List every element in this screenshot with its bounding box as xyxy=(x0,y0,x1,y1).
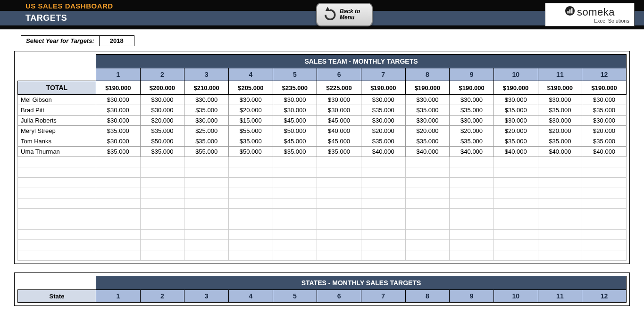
target-cell[interactable]: $30.000 xyxy=(450,95,494,105)
empty-cell[interactable] xyxy=(361,219,405,230)
target-cell[interactable]: $35.000 xyxy=(361,136,405,147)
target-cell[interactable]: $35.000 xyxy=(538,136,582,147)
empty-cell[interactable] xyxy=(582,178,627,188)
empty-cell[interactable] xyxy=(405,198,450,209)
target-cell[interactable]: $35.000 xyxy=(450,105,494,116)
empty-cell[interactable] xyxy=(228,209,273,219)
target-cell[interactable]: $30.000 xyxy=(493,95,538,105)
empty-cell[interactable] xyxy=(405,240,450,250)
empty-cell[interactable] xyxy=(96,240,141,250)
empty-cell[interactable] xyxy=(273,198,317,209)
empty-cell[interactable] xyxy=(538,188,582,198)
target-cell[interactable]: $30.000 xyxy=(450,116,494,126)
empty-cell[interactable] xyxy=(405,219,450,230)
salesperson-name[interactable]: Uma Thurman xyxy=(18,147,96,157)
empty-cell[interactable] xyxy=(228,157,273,167)
target-cell[interactable]: $30.000 xyxy=(96,105,141,116)
target-cell[interactable]: $30.000 xyxy=(405,116,450,126)
empty-cell[interactable] xyxy=(450,209,494,219)
target-cell[interactable]: $45.000 xyxy=(273,136,317,147)
empty-cell[interactable] xyxy=(18,250,96,261)
empty-cell[interactable] xyxy=(96,178,141,188)
empty-cell[interactable] xyxy=(140,167,184,178)
empty-cell[interactable] xyxy=(140,188,184,198)
empty-cell[interactable] xyxy=(140,157,184,167)
empty-cell[interactable] xyxy=(273,219,317,230)
empty-cell[interactable] xyxy=(317,157,361,167)
target-cell[interactable]: $25.000 xyxy=(184,126,229,136)
empty-cell[interactable] xyxy=(184,250,229,261)
empty-cell[interactable] xyxy=(538,167,582,178)
target-cell[interactable]: $35.000 xyxy=(405,105,450,116)
empty-cell[interactable] xyxy=(140,219,184,230)
empty-cell[interactable] xyxy=(450,198,494,209)
empty-cell[interactable] xyxy=(493,209,538,219)
empty-cell[interactable] xyxy=(538,230,582,240)
empty-cell[interactable] xyxy=(538,219,582,230)
target-cell[interactable]: $50.000 xyxy=(273,126,317,136)
empty-cell[interactable] xyxy=(140,178,184,188)
empty-cell[interactable] xyxy=(493,250,538,261)
empty-cell[interactable] xyxy=(361,240,405,250)
target-cell[interactable]: $30.000 xyxy=(273,95,317,105)
target-cell[interactable]: $40.000 xyxy=(405,147,450,157)
empty-cell[interactable] xyxy=(361,230,405,240)
empty-cell[interactable] xyxy=(96,157,141,167)
target-cell[interactable]: $40.000 xyxy=(538,147,582,157)
target-cell[interactable]: $30.000 xyxy=(140,95,184,105)
target-cell[interactable]: $35.000 xyxy=(184,136,229,147)
empty-cell[interactable] xyxy=(582,230,627,240)
target-cell[interactable]: $35.000 xyxy=(273,147,317,157)
empty-cell[interactable] xyxy=(228,178,273,188)
target-cell[interactable]: $15.000 xyxy=(228,116,273,126)
target-cell[interactable]: $35.000 xyxy=(582,136,627,147)
empty-cell[interactable] xyxy=(273,178,317,188)
empty-cell[interactable] xyxy=(228,167,273,178)
empty-cell[interactable] xyxy=(273,230,317,240)
empty-cell[interactable] xyxy=(18,167,96,178)
empty-cell[interactable] xyxy=(317,230,361,240)
empty-cell[interactable] xyxy=(184,188,229,198)
empty-cell[interactable] xyxy=(317,250,361,261)
empty-cell[interactable] xyxy=(18,240,96,250)
empty-cell[interactable] xyxy=(538,178,582,188)
target-cell[interactable]: $40.000 xyxy=(361,147,405,157)
empty-cell[interactable] xyxy=(18,219,96,230)
empty-cell[interactable] xyxy=(582,188,627,198)
empty-cell[interactable] xyxy=(184,219,229,230)
empty-cell[interactable] xyxy=(538,240,582,250)
empty-cell[interactable] xyxy=(140,198,184,209)
empty-cell[interactable] xyxy=(582,219,627,230)
empty-cell[interactable] xyxy=(405,230,450,240)
target-cell[interactable]: $35.000 xyxy=(96,126,141,136)
empty-cell[interactable] xyxy=(450,167,494,178)
empty-cell[interactable] xyxy=(317,188,361,198)
empty-cell[interactable] xyxy=(228,198,273,209)
empty-cell[interactable] xyxy=(228,250,273,261)
empty-cell[interactable] xyxy=(317,178,361,188)
target-cell[interactable]: $40.000 xyxy=(493,147,538,157)
empty-cell[interactable] xyxy=(18,209,96,219)
target-cell[interactable]: $35.000 xyxy=(450,136,494,147)
target-cell[interactable]: $50.000 xyxy=(228,147,273,157)
target-cell[interactable]: $50.000 xyxy=(140,136,184,147)
empty-cell[interactable] xyxy=(96,219,141,230)
target-cell[interactable]: $30.000 xyxy=(493,116,538,126)
target-cell[interactable]: $30.000 xyxy=(538,95,582,105)
target-cell[interactable]: $30.000 xyxy=(582,116,627,126)
target-cell[interactable]: $20.000 xyxy=(228,105,273,116)
empty-cell[interactable] xyxy=(582,167,627,178)
target-cell[interactable]: $30.000 xyxy=(317,95,361,105)
target-cell[interactable]: $45.000 xyxy=(317,136,361,147)
target-cell[interactable]: $35.000 xyxy=(405,136,450,147)
empty-cell[interactable] xyxy=(18,188,96,198)
empty-cell[interactable] xyxy=(273,167,317,178)
empty-cell[interactable] xyxy=(450,188,494,198)
target-cell[interactable]: $20.000 xyxy=(582,126,627,136)
salesperson-name[interactable]: Brad Pitt xyxy=(18,105,96,116)
empty-cell[interactable] xyxy=(450,250,494,261)
back-to-menu-button[interactable]: Back to Menu xyxy=(316,3,373,26)
empty-cell[interactable] xyxy=(96,188,141,198)
target-cell[interactable]: $30.000 xyxy=(582,95,627,105)
empty-cell[interactable] xyxy=(228,219,273,230)
